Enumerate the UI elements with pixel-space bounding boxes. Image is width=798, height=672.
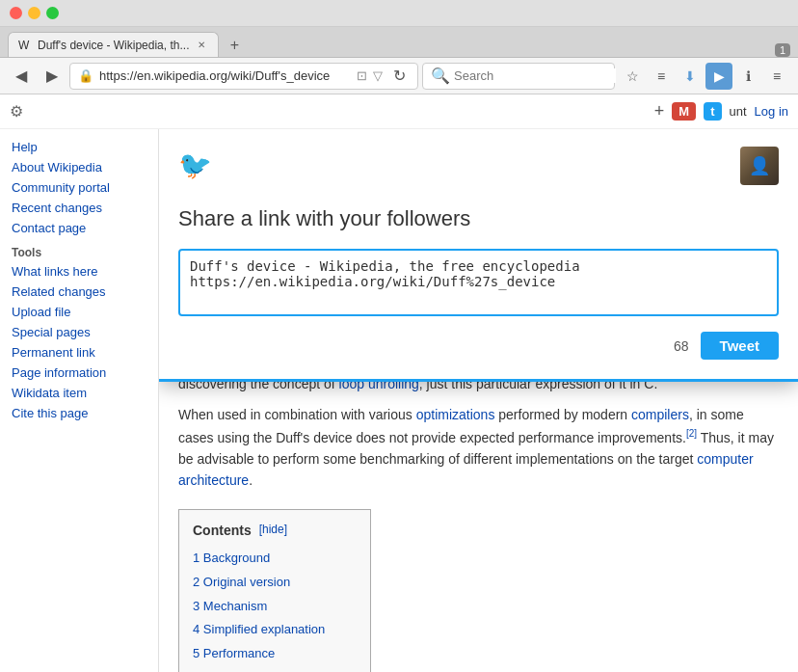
compilers-link[interactable]: compilers (631, 407, 689, 422)
reader-button[interactable]: ≡ (648, 63, 675, 90)
gear-icon[interactable]: ⚙ (10, 102, 23, 121)
contents-link-3[interactable]: 3 Mechanism (193, 599, 267, 613)
contents-link-5[interactable]: 5 Performance (193, 646, 275, 660)
content-area: Help About Wikipedia Community portal Re… (0, 129, 798, 672)
login-link[interactable]: Log in (755, 104, 788, 119)
menu-button[interactable]: ≡ (763, 63, 790, 90)
account-label[interactable]: unt (730, 104, 747, 119)
sidebar-item-related[interactable]: Related changes (0, 282, 158, 302)
share-button[interactable]: ▶ (705, 63, 732, 90)
sidebar-item-permanent[interactable]: Permanent link (0, 342, 158, 363)
minimize-button[interactable] (28, 7, 40, 19)
tab-close-button[interactable]: ✕ (195, 39, 208, 52)
search-icon: 🔍 (431, 67, 450, 85)
wiki-toolbar: ⚙ + M t unt Log in (0, 94, 798, 129)
list-item: 1 Background (193, 547, 357, 571)
contents-list: 1 Background 2 Original version 3 Mechan… (193, 547, 357, 666)
new-tab-button[interactable]: + (223, 34, 246, 57)
tweet-textarea[interactable]: <span class="tweet-selected">Duff's devi… (178, 249, 779, 316)
window-controls (10, 7, 59, 19)
character-count: 68 (674, 336, 689, 357)
tab-bar: W Duff's device - Wikipedia, th... ✕ + 1 (0, 27, 798, 58)
nav-icons: ☆ ≡ ⬇ ▶ ℹ ≡ (619, 63, 790, 90)
info-button[interactable]: ℹ (734, 63, 761, 90)
refresh-button[interactable]: ↻ (388, 66, 410, 87)
tweet-actions: 68 Tweet (178, 332, 779, 360)
avatar: 👤 (740, 147, 779, 185)
list-item: 5 Performance (193, 642, 357, 666)
sidebar-item-upload[interactable]: Upload file (0, 302, 158, 322)
sidebar-item-pageinfo[interactable]: Page information (0, 363, 158, 383)
contents-box: Contents [hide] 1 Background 2 Original … (178, 509, 371, 672)
tweet-button[interactable]: Tweet (701, 332, 779, 360)
list-item: 3 Mechanism (193, 595, 357, 619)
contents-hide-button[interactable]: [hide] (259, 521, 287, 539)
tab-count: 1 (775, 43, 790, 57)
sidebar-section-tools: Tools (0, 242, 158, 261)
contents-link-4[interactable]: 4 Simplified explanation (193, 622, 325, 636)
sidebar-item-whatlinks[interactable]: What links here (0, 261, 158, 282)
twitter-badge[interactable]: t (704, 102, 721, 121)
sidebar-item-cite[interactable]: Cite this page (0, 403, 158, 423)
search-bar[interactable]: 🔍 (422, 63, 615, 90)
optimizations-link[interactable]: optimizations (416, 407, 495, 422)
sidebar-item-wikidata[interactable]: Wikidata item (0, 383, 158, 403)
sidebar-item-contact[interactable]: Contact page (0, 218, 158, 238)
navigation-bar: ◀ ▶ 🔒 https://en.wikipedia.org/wiki/Duff… (0, 58, 798, 94)
ref-2[interactable]: [2] (686, 428, 697, 439)
sidebar-item-recent[interactable]: Recent changes (0, 198, 158, 218)
lock-icon: 🔒 (78, 68, 93, 83)
search-input[interactable] (454, 68, 616, 83)
list-item: 2 Original version (193, 571, 357, 595)
avatar-image: 👤 (740, 147, 779, 185)
sidebar-item-special[interactable]: Special pages (0, 322, 158, 342)
computer-architecture-link[interactable]: computer architecture (178, 451, 754, 488)
tab-wikipedia[interactable]: W Duff's device - Wikipedia, th... ✕ (8, 32, 219, 57)
wiki-toolbar-right: + M t unt Log in (654, 101, 788, 121)
sidebar-item-about[interactable]: About Wikipedia (0, 157, 158, 177)
twitter-popup: 🐦 👤 Share a link with your followers <sp… (159, 129, 798, 382)
url-text: https://en.wikipedia.org/wiki/Duff's_dev… (99, 68, 330, 83)
contents-link-2[interactable]: 2 Original version (193, 575, 290, 589)
list-item: 4 Simplified explanation (193, 618, 357, 642)
contents-title: Contents [hide] (193, 520, 357, 541)
sidebar-item-community[interactable]: Community portal (0, 177, 158, 198)
sidebar-item-help[interactable]: Help (0, 137, 158, 157)
contents-link-1[interactable]: 1 Background (193, 551, 270, 565)
plus-icon[interactable]: + (654, 101, 665, 121)
title-bar (0, 0, 798, 27)
twitter-logo-icon: 🐦 (178, 145, 212, 188)
twitter-share-title: Share a link with your followers (178, 202, 779, 235)
address-bar[interactable]: 🔒 https://en.wikipedia.org/wiki/Duff's_d… (69, 63, 418, 90)
tab-title: Duff's device - Wikipedia, th... (38, 39, 189, 52)
forward-button[interactable]: ▶ (39, 63, 66, 90)
chevron-down-icon[interactable]: ▽ (373, 68, 383, 83)
bookmark-button[interactable]: ☆ (619, 63, 646, 90)
gmail-badge[interactable]: M (672, 102, 696, 121)
main-content: 🐦 👤 Share a link with your followers <sp… (159, 129, 798, 672)
article-paragraph-2: When used in combination with various op… (178, 404, 779, 491)
tab-favicon: W (18, 39, 32, 52)
maximize-button[interactable] (46, 7, 59, 19)
back-button[interactable]: ◀ (8, 63, 35, 90)
download-button[interactable]: ⬇ (677, 63, 704, 90)
twitter-header: 🐦 👤 (178, 145, 779, 188)
close-button[interactable] (10, 7, 22, 19)
sidebar: Help About Wikipedia Community portal Re… (0, 129, 159, 672)
contents-heading: Contents (193, 520, 252, 541)
reader-icon[interactable]: ⊡ (357, 68, 367, 83)
